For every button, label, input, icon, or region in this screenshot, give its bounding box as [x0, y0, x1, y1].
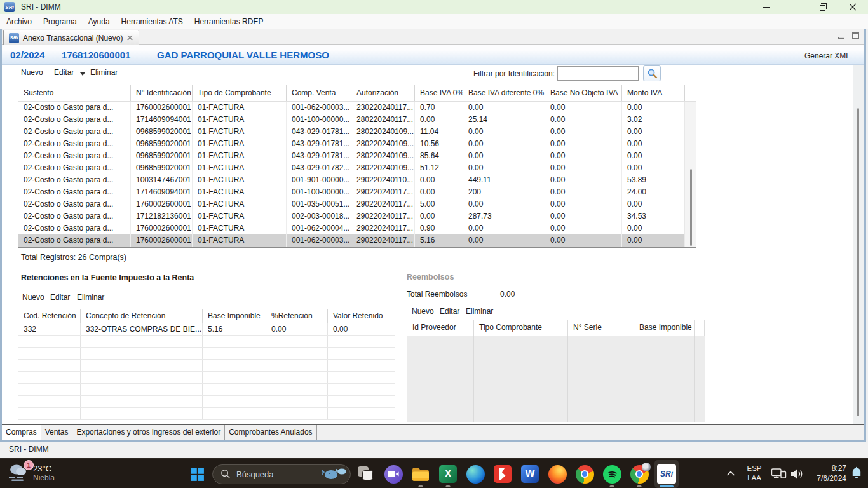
table-cell: 0.00	[463, 150, 545, 162]
firefox-icon[interactable]	[545, 460, 569, 488]
table-cell	[18, 384, 81, 395]
compras-eliminar-button[interactable]: Eliminar	[90, 68, 118, 77]
table-row[interactable]: 02-Costo o Gasto para d...17146090940010…	[18, 186, 696, 198]
bottom-tab-ventas[interactable]: Ventas	[41, 425, 73, 440]
column-header[interactable]: Base No Objeto IVA	[545, 85, 622, 101]
bottom-tab-comprobantes[interactable]: Comprobantes Anulados	[225, 425, 316, 440]
table-cell	[81, 396, 203, 407]
table-row[interactable]: 02-Costo o Gasto para d...09685990200010…	[18, 150, 696, 162]
network-icon[interactable]	[771, 468, 787, 482]
table-row[interactable]	[18, 348, 395, 360]
table-row[interactable]: 02-Costo o Gasto para d...17146090940010…	[18, 114, 696, 126]
table-row[interactable]	[18, 396, 395, 408]
table-row[interactable]: 02-Costo o Gasto para d...17600026000010…	[18, 234, 696, 247]
table-row[interactable]: 02-Costo o Gasto para d...17600026000010…	[18, 198, 696, 210]
table-row[interactable]: 02-Costo o Gasto para d...10031474670010…	[18, 174, 696, 186]
compras-nuevo-button[interactable]: Nuevo	[21, 68, 43, 77]
chrome-icon[interactable]	[573, 460, 597, 488]
sri-dimm-icon[interactable]: SRi	[654, 460, 679, 488]
table-scrollbar[interactable]	[684, 102, 696, 247]
spotify-icon[interactable]	[600, 460, 624, 488]
column-header[interactable]: Base Imponible	[203, 309, 266, 323]
bottom-tab-exportaciones[interactable]: Exportaciones y otros ingresos del exter…	[72, 425, 225, 440]
maximize-view-button[interactable]	[852, 32, 859, 39]
video-app-icon[interactable]	[381, 460, 405, 488]
chrome-profile-icon[interactable]	[627, 460, 651, 488]
retenciones-eliminar-button[interactable]: Eliminar	[77, 293, 104, 302]
table-row[interactable]: 02-Costo o Gasto para d...17600026000010…	[18, 222, 696, 234]
tray-chevron-icon[interactable]	[726, 470, 736, 478]
column-header[interactable]: Concepto de Retención	[81, 309, 203, 323]
menu-herramientas-ats[interactable]: Herramientas ATS	[116, 17, 189, 26]
table-row[interactable]: 02-Costo o Gasto para d...09685990200010…	[18, 126, 696, 138]
taskbar-search[interactable]: Búsqueda	[212, 464, 351, 484]
table-cell: 0.00	[622, 102, 685, 114]
editar-dropdown-icon[interactable]	[80, 72, 85, 76]
column-header[interactable]: Cod. Retención	[18, 309, 81, 323]
column-header[interactable]: Autorización	[351, 85, 415, 101]
column-header[interactable]: Tipo de Comprobante	[193, 85, 287, 101]
table-row[interactable]: 332332-OTRAS COMPRAS DE BIE...5.160.000.…	[18, 323, 395, 336]
table-row[interactable]	[18, 336, 395, 348]
column-header[interactable]: Tipo Comprobante	[474, 320, 568, 336]
reembolsos-editar-button[interactable]: Editar	[440, 307, 459, 316]
column-header[interactable]: Monto IVA	[622, 85, 685, 101]
menu-ayuda[interactable]: Ayuda	[83, 17, 116, 26]
table-cell	[266, 348, 328, 359]
whales-image	[320, 466, 347, 482]
filter-input[interactable]	[557, 66, 639, 81]
search-placeholder: Búsqueda	[236, 470, 274, 479]
menu-programa[interactable]: Programa	[37, 17, 83, 26]
column-header[interactable]: Base Imponible	[634, 320, 695, 336]
table-row[interactable]	[18, 360, 395, 372]
pdf-app-icon[interactable]	[491, 460, 515, 488]
notification-bell-icon[interactable]	[850, 466, 863, 483]
table-row[interactable]	[18, 372, 395, 384]
tab-anexo-transaccional[interactable]: SRi Anexo Transaccional (Nuevo)	[3, 30, 139, 45]
column-header[interactable]: Id Proveedor	[407, 320, 474, 336]
task-view-icon[interactable]	[354, 460, 378, 488]
filter-search-button[interactable]	[643, 65, 661, 81]
table-row[interactable]: 02-Costo o Gasto para d...17600026000010…	[18, 102, 696, 114]
word-icon[interactable]: W	[518, 460, 542, 488]
start-button[interactable]	[185, 461, 209, 487]
retenciones-nuevo-button[interactable]: Nuevo	[22, 293, 44, 302]
bottom-tab-compras[interactable]: Compras	[2, 425, 41, 440]
table-row[interactable]: 02-Costo o Gasto para d...17121821360010…	[18, 210, 696, 222]
generar-xml-button[interactable]: Generar XML	[804, 51, 850, 60]
table-row[interactable]	[18, 384, 395, 396]
restore-button[interactable]	[811, 0, 834, 14]
menu-herramientas-rdep[interactable]: Herramientas RDEP	[189, 17, 269, 26]
close-button[interactable]	[841, 0, 864, 14]
retenciones-editar-button[interactable]: Editar	[50, 293, 70, 302]
reembolsos-nuevo-button[interactable]: Nuevo	[412, 307, 434, 316]
edge-icon[interactable]	[463, 460, 487, 488]
column-header[interactable]: Base IVA 0%	[415, 85, 463, 101]
table-row[interactable]	[18, 408, 395, 420]
table-row[interactable]: 02-Costo o Gasto para d...09685990200010…	[18, 162, 696, 174]
volume-icon[interactable]	[790, 468, 804, 482]
view-scrollbar-thumb[interactable]	[857, 108, 859, 416]
minimize-button[interactable]	[755, 0, 778, 14]
column-header[interactable]: Sustento	[18, 85, 131, 101]
column-header[interactable]: N° Identificación	[131, 85, 193, 101]
column-header[interactable]: %Retención	[266, 309, 328, 323]
weather-widget[interactable]: 1 23°C Niebla	[6, 461, 55, 485]
minimize-view-button[interactable]	[838, 37, 844, 39]
column-header[interactable]: N° Serie	[568, 320, 634, 336]
excel-icon[interactable]: X	[436, 460, 460, 488]
compras-editar-button[interactable]: Editar	[54, 68, 74, 77]
menu-archivo[interactable]: Archivo	[1, 17, 37, 26]
table-row[interactable]: 02-Costo o Gasto para d...09685990200010…	[18, 138, 696, 150]
language-indicator[interactable]: ESP LAA	[742, 464, 766, 483]
column-header[interactable]: Valor Retenido	[328, 309, 386, 323]
table-cell	[81, 372, 203, 383]
tab-close-icon[interactable]	[126, 34, 133, 41]
column-header[interactable]: Comp. Venta	[287, 85, 351, 101]
table-cell: 0.00	[463, 162, 545, 174]
column-header[interactable]: Base IVA diferente 0%	[463, 85, 545, 101]
file-explorer-icon[interactable]	[409, 460, 433, 488]
table-cell: 0968599020001	[131, 138, 193, 150]
reembolsos-eliminar-button[interactable]: Eliminar	[466, 307, 493, 316]
clock[interactable]: 8:27 7/6/2024	[804, 463, 846, 484]
